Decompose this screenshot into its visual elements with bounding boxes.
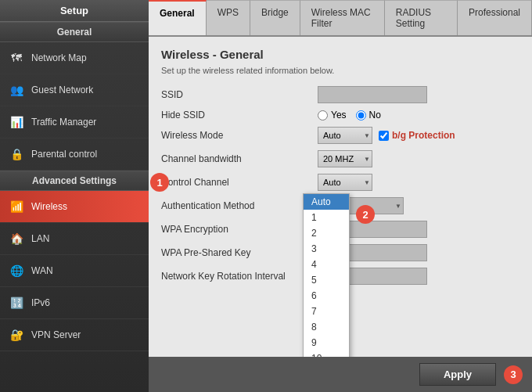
wireless-mode-select[interactable]: Auto: [318, 127, 372, 144]
dropdown-item-4[interactable]: 4: [304, 257, 349, 272]
page-title: Wireless - General: [161, 48, 519, 61]
dropdown-item-3[interactable]: 3: [304, 241, 349, 257]
dropdown-item-auto[interactable]: Auto: [304, 194, 349, 210]
apply-button[interactable]: Apply: [419, 363, 496, 386]
tab-bar: General WPS Bridge Wireless MAC Filter R…: [149, 0, 532, 37]
bg-protection-text: b/g Protection: [392, 130, 455, 141]
wireless-mode-select-wrap: Auto ▼: [318, 127, 372, 144]
wireless-mode-row: Wireless Mode Auto ▼ b/g Protection: [161, 127, 519, 144]
sidebar-item-vpn-server[interactable]: 🔐 VPN Server: [0, 319, 149, 351]
dropdown-item-1[interactable]: 1: [304, 210, 349, 225]
wireless-icon: 📶: [8, 198, 25, 215]
dropdown-item-5[interactable]: 5: [304, 272, 349, 288]
bg-protection-checkbox[interactable]: [379, 131, 389, 141]
wireless-mode-control: Auto ▼ b/g Protection: [318, 127, 519, 144]
dropdown-item-9[interactable]: 9: [304, 335, 349, 351]
bg-protection-label[interactable]: b/g Protection: [379, 130, 455, 141]
tab-radius-setting[interactable]: RADIUS Setting: [385, 0, 458, 35]
sidebar-item-label: Parental control: [31, 149, 97, 160]
sidebar-item-parental-control[interactable]: 🔒 Parental control: [0, 138, 149, 171]
dropdown-item-2[interactable]: 2: [304, 225, 349, 241]
main-panel: General WPS Bridge Wireless MAC Filter R…: [149, 0, 532, 392]
sidebar-item-label: Guest Network: [31, 85, 93, 95]
hide-ssid-yes-radio[interactable]: [318, 110, 328, 120]
control-channel-select-wrap: Auto ▼: [318, 174, 372, 191]
tab-general[interactable]: General: [149, 0, 207, 35]
key-rotation-label: Network Key Rotation Interval: [161, 271, 318, 282]
hide-ssid-label: Hide SSID: [161, 110, 318, 120]
channel-bw-row: Channel bandwidth 20 MHZ ▼: [161, 150, 519, 167]
auth-method-label: Authentication Method: [161, 200, 318, 211]
footer-bar: Apply 3: [149, 357, 532, 392]
dropdown-item-8[interactable]: 8: [304, 319, 349, 335]
channel-bw-control: 20 MHZ ▼: [318, 150, 519, 167]
control-channel-control: Auto ▼: [318, 174, 519, 191]
content-area: Wireless - General Set up the wireless r…: [149, 37, 532, 357]
hide-ssid-no-radio[interactable]: [356, 110, 366, 120]
sidebar-item-network-map[interactable]: 🗺 Network Map: [0, 42, 149, 74]
traffic-manager-icon: 📊: [8, 113, 25, 131]
badge-1: 1: [150, 173, 169, 192]
ipv6-icon: 🔢: [8, 294, 25, 311]
sidebar-item-label: IPv6: [31, 297, 50, 308]
parental-control-icon: 🔒: [8, 146, 25, 163]
ssid-label: SSID: [161, 89, 318, 100]
hide-ssid-no[interactable]: No: [356, 110, 381, 120]
tab-professional[interactable]: Professional: [458, 0, 532, 35]
channel-bw-label: Channel bandwidth: [161, 153, 318, 164]
dropdown-item-7[interactable]: 7: [304, 304, 349, 319]
ssid-control: [318, 86, 519, 103]
sidebar-item-label: Traffic Manager: [31, 117, 96, 128]
control-channel-label: Control Channel: [161, 177, 318, 188]
sidebar-item-guest-network[interactable]: 👥 Guest Network: [0, 74, 149, 106]
control-channel-dropdown: Auto 1 2 3 4 5 6 7 8 9 10 11: [303, 193, 350, 357]
network-map-icon: 🗺: [8, 49, 25, 67]
sidebar: Setup General 🗺 Network Map 👥 Guest Netw…: [0, 0, 149, 392]
sidebar-general-header: General: [0, 22, 149, 42]
dropdown-item-6[interactable]: 6: [304, 288, 349, 304]
hide-ssid-row: Hide SSID Yes No: [161, 110, 519, 120]
sidebar-item-label: WAN: [31, 265, 53, 276]
ssid-row: SSID: [161, 86, 519, 103]
sidebar-item-ipv6[interactable]: 🔢 IPv6: [0, 287, 149, 319]
badge-2: 2: [356, 205, 375, 224]
control-channel-select[interactable]: Auto: [318, 174, 372, 191]
sidebar-item-label: Wireless: [31, 201, 67, 212]
channel-bw-select-wrap: 20 MHZ ▼: [318, 150, 372, 167]
tab-wps[interactable]: WPS: [207, 0, 250, 35]
vpn-server-icon: 🔐: [8, 326, 25, 343]
ssid-input[interactable]: [318, 86, 427, 103]
sidebar-item-wireless[interactable]: 📶 Wireless: [0, 191, 149, 223]
guest-network-icon: 👥: [8, 81, 25, 99]
wpa-encryption-label: WPA Encryption: [161, 224, 318, 235]
control-channel-row: Control Channel Auto ▼ 1: [161, 174, 519, 191]
wireless-mode-label: Wireless Mode: [161, 130, 318, 141]
sidebar-item-label: LAN: [31, 233, 49, 244]
sidebar-item-wan[interactable]: 🌐 WAN: [0, 255, 149, 287]
wan-icon: 🌐: [8, 262, 25, 279]
wpa-key-label: WPA Pre-Shared Key: [161, 247, 318, 258]
hide-ssid-yes[interactable]: Yes: [318, 110, 347, 120]
sidebar-advanced-header: Advanced Settings: [0, 171, 149, 191]
sidebar-setup-header: Setup: [0, 0, 149, 22]
page-subtitle: Set up the wireless related information …: [161, 66, 519, 75]
tab-wireless-mac-filter[interactable]: Wireless MAC Filter: [300, 0, 385, 35]
sidebar-item-traffic-manager[interactable]: 📊 Traffic Manager: [0, 106, 149, 138]
channel-bw-select[interactable]: 20 MHZ: [318, 150, 372, 167]
badge-3: 3: [504, 365, 523, 384]
dropdown-item-10[interactable]: 10: [304, 351, 349, 357]
sidebar-item-label: Network Map: [31, 52, 87, 63]
hide-ssid-control: Yes No: [318, 110, 519, 120]
sidebar-item-lan[interactable]: 🏠 LAN: [0, 223, 149, 255]
lan-icon: 🏠: [8, 230, 25, 247]
tab-bridge[interactable]: Bridge: [250, 0, 300, 35]
sidebar-item-label: VPN Server: [31, 329, 81, 340]
